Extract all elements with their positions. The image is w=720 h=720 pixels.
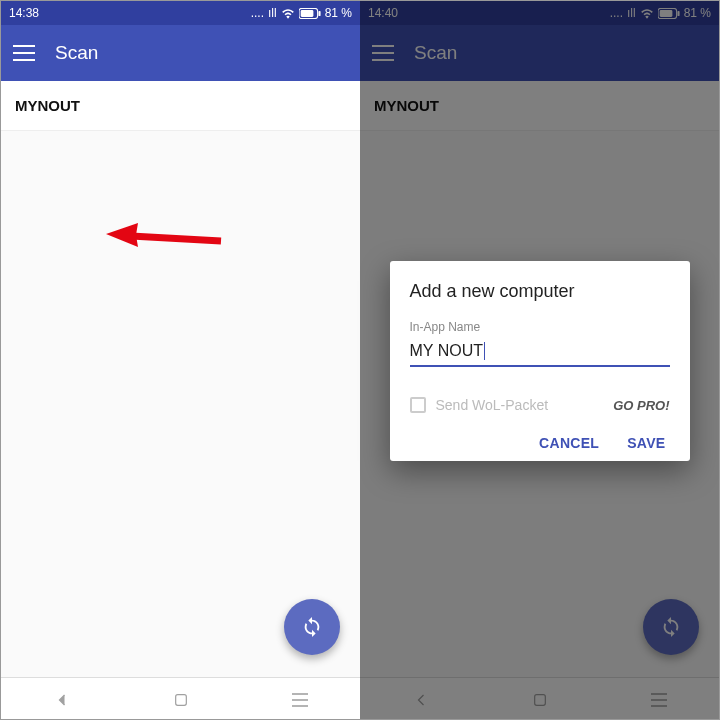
battery-text: 81 % <box>325 6 352 20</box>
signal-dots-icon: .... <box>251 6 264 20</box>
cancel-button[interactable]: CANCEL <box>539 435 599 451</box>
content-area <box>1 131 360 677</box>
save-button[interactable]: SAVE <box>627 435 665 451</box>
device-list-item[interactable]: MYNOUT <box>1 81 360 131</box>
dialog-title: Add a new computer <box>410 281 670 302</box>
name-input-value: MY NOUT <box>410 342 483 360</box>
add-computer-dialog: Add a new computer In-App Name MY NOUT S… <box>390 261 690 461</box>
svg-rect-2 <box>318 10 320 15</box>
go-pro-link[interactable]: GO PRO! <box>613 398 669 413</box>
android-navbar <box>1 677 360 720</box>
refresh-icon <box>301 616 323 638</box>
dialog-actions: CANCEL SAVE <box>410 435 670 451</box>
battery-icon <box>299 8 321 19</box>
phone-right: 14:40 .... ıll 81 % Scan MYNOUT Add a ne… <box>360 1 719 720</box>
modal-overlay[interactable]: Add a new computer In-App Name MY NOUT S… <box>360 1 719 720</box>
hamburger-icon[interactable] <box>13 45 35 61</box>
status-time: 14:38 <box>9 6 39 20</box>
svg-marker-4 <box>106 223 138 247</box>
refresh-fab[interactable] <box>284 599 340 655</box>
text-cursor-icon <box>484 342 486 360</box>
toolbar-title: Scan <box>55 42 98 64</box>
nav-back-icon[interactable] <box>52 690 72 710</box>
phone-left: 14:38 .... ıll 81 % Scan MYNOUT <box>1 1 360 720</box>
status-icons: .... ıll 81 % <box>251 6 352 20</box>
nav-recent-icon[interactable] <box>291 693 309 707</box>
nav-home-icon[interactable] <box>173 692 189 708</box>
svg-rect-1 <box>300 10 313 17</box>
annotation-arrow-icon <box>106 221 226 261</box>
signal-bars-icon: ıll <box>268 6 277 20</box>
svg-rect-5 <box>176 694 187 705</box>
name-input[interactable]: MY NOUT <box>410 342 670 367</box>
app-toolbar: Scan <box>1 25 360 81</box>
svg-line-3 <box>131 236 221 241</box>
wol-label: Send WoL-Packet <box>436 397 549 413</box>
name-field-label: In-App Name <box>410 320 670 334</box>
wol-row: Send WoL-Packet GO PRO! <box>410 397 670 413</box>
wifi-icon <box>281 7 295 19</box>
status-bar: 14:38 .... ıll 81 % <box>1 1 360 25</box>
wol-checkbox[interactable] <box>410 397 426 413</box>
